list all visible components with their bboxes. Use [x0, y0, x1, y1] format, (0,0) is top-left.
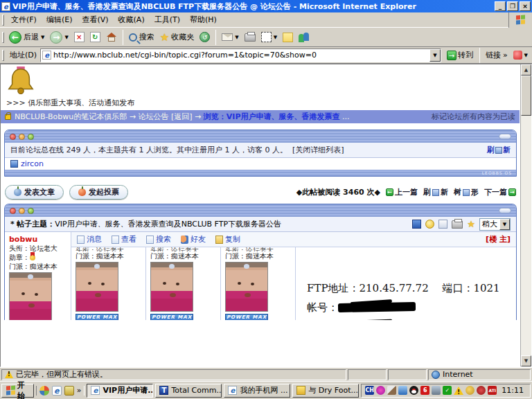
tree-view-link[interactable]: 树 形 — [454, 187, 479, 197]
post-minimize-dot-icon[interactable] — [19, 208, 25, 214]
task-total-commander[interactable]: T Total Comm... — [155, 384, 222, 398]
back-dropdown[interactable]: ▼ — [41, 35, 44, 40]
tray-red-app-icon[interactable]: 6 — [420, 386, 429, 395]
search-button[interactable]: 搜索 — [126, 30, 157, 44]
post-close-dot-icon[interactable] — [10, 208, 16, 214]
post-zoom-dot-icon[interactable] — [28, 208, 34, 214]
copy-button[interactable]: 复制 — [215, 234, 240, 245]
tray-volume-icon[interactable] — [466, 386, 475, 395]
extension-dropdown[interactable]: ▼ — [524, 53, 528, 58]
quicklaunch-more-chevron[interactable]: » — [77, 386, 82, 395]
taskbar-clock[interactable]: 11:11 — [499, 386, 526, 395]
start-button[interactable]: 开始 — [1, 384, 34, 398]
task-mobile-site[interactable]: e 我的手机网 ... — [224, 384, 290, 398]
close-button[interactable]: × — [520, 1, 531, 11]
collapse-pill[interactable] — [499, 134, 511, 139]
close-detail-link[interactable]: [关闭详细列表] — [292, 145, 344, 155]
quicklaunch-ie-icon[interactable]: e — [52, 386, 62, 396]
menu-tools[interactable]: 工具(T) — [150, 12, 185, 27]
tray-pen-icon[interactable] — [387, 386, 396, 395]
menu-help[interactable]: 帮助(H) — [185, 12, 222, 27]
stop-button[interactable]: × — [71, 30, 87, 44]
print-button[interactable] — [242, 32, 258, 43]
history-button[interactable]: ↺ — [197, 30, 213, 44]
toolbar-grip[interactable] — [2, 32, 4, 43]
minimize-dot-icon[interactable] — [19, 134, 25, 140]
edit-dropdown[interactable]: ▼ — [274, 35, 277, 40]
favorites-button[interactable]: ★ 收藏夹 — [157, 30, 197, 45]
tray-qq-icon[interactable] — [409, 386, 418, 395]
addressbar-extension[interactable]: ▼ — [511, 51, 531, 60]
online-refresh-link[interactable]: 刷 新 — [487, 145, 511, 155]
friends-button[interactable]: 好友 — [181, 234, 206, 245]
tray-gray-app-icon[interactable] — [432, 386, 441, 395]
tray-ati-icon[interactable]: ATI — [488, 386, 497, 395]
warning-icon[interactable] — [5, 371, 13, 378]
address-dropdown[interactable]: ▼ — [429, 49, 441, 62]
breadcrumb-board[interactable]: 论坛公告 — [138, 112, 168, 122]
quicklaunch-media-icon[interactable] — [39, 386, 49, 396]
refresh-label-left: 刷 — [487, 145, 495, 155]
links-button[interactable]: 链接 » — [483, 50, 511, 60]
tray-red-dot-icon[interactable] — [477, 386, 486, 395]
go-button[interactable]: → 转到 — [443, 49, 477, 61]
menu-view[interactable]: 查看(V) — [77, 12, 113, 27]
scroll-track[interactable] — [521, 116, 531, 355]
mail-button[interactable]: ▼ — [219, 32, 241, 42]
address-input[interactable] — [53, 51, 429, 60]
username-link[interactable]: bobwu — [9, 235, 66, 244]
tray-antivirus-icon[interactable]: ✓ — [443, 386, 452, 395]
back-button[interactable]: ← 后退 ▼ — [6, 30, 47, 45]
edit-button[interactable]: ▼ — [258, 30, 280, 44]
pages-icon[interactable] — [438, 220, 447, 229]
new-poll-button[interactable]: 发起投票 — [69, 185, 128, 200]
links-label: 链接 — [486, 50, 501, 60]
post-collapse-pill[interactable] — [499, 208, 511, 213]
refresh-topic-link[interactable]: 刷 新 — [423, 187, 448, 197]
mail-dropdown[interactable]: ▼ — [235, 35, 238, 40]
restore-button[interactable]: ❐ — [507, 1, 518, 11]
home-button[interactable] — [103, 31, 120, 44]
zoom-dot-icon[interactable] — [28, 134, 34, 140]
message-button[interactable]: 消息 — [77, 234, 102, 245]
next-arrow-icon: → — [508, 188, 516, 196]
close-dot-icon[interactable] — [10, 134, 16, 140]
messenger-button[interactable] — [296, 31, 312, 44]
menu-favorites[interactable]: 收藏(A) — [114, 12, 150, 27]
save-post-icon[interactable] — [412, 220, 421, 229]
minimize-button[interactable]: _ — [495, 1, 506, 11]
forward-button[interactable]: → ▼ — [47, 30, 71, 45]
tray-warning-icon[interactable] — [454, 387, 463, 395]
menu-edit[interactable]: 编辑(E) — [42, 12, 78, 27]
scroll-thumb[interactable] — [521, 76, 531, 116]
search-posts-button[interactable]: 搜索 — [146, 234, 171, 245]
address-grip[interactable] — [2, 50, 4, 61]
task-dry-foot[interactable]: 与 Dry Foot... — [292, 384, 359, 398]
print-post-icon[interactable] — [452, 220, 463, 229]
mark-all-read-link[interactable]: 标记论坛所有内容为已读 — [432, 112, 515, 122]
menu-grip[interactable] — [2, 15, 4, 26]
prev-topic-link[interactable]: ← 上一篇 — [386, 187, 418, 197]
forward-dropdown[interactable]: ▼ — [64, 35, 68, 40]
breadcrumb-back[interactable]: [返回] — [171, 112, 193, 122]
alert-icon[interactable] — [425, 220, 434, 229]
scroll-down-button[interactable]: ▼ — [521, 355, 531, 366]
refresh-button[interactable]: ↻ — [87, 30, 103, 44]
font-size-select[interactable]: 稍大 ▼ — [479, 218, 511, 231]
favorite-post-icon[interactable]: ★ — [467, 220, 475, 229]
breadcrumb-topic[interactable]: 浏览：VIP用户申请、服务、香港发票查 — [204, 112, 340, 122]
task-vip-topic[interactable]: e VIP用户申请... — [87, 384, 153, 398]
language-indicator[interactable]: CH — [365, 386, 374, 395]
next-topic-link[interactable]: 下一篇 → — [484, 187, 516, 197]
view-profile-button[interactable]: 查看 — [112, 234, 136, 245]
tray-starburst-icon[interactable] — [376, 386, 385, 395]
menu-file[interactable]: 文件(F) — [6, 12, 42, 27]
tray-person-icon[interactable] — [398, 386, 407, 395]
new-post-button[interactable]: 发表文章 — [5, 185, 64, 200]
online-user-link[interactable]: zircon — [21, 159, 44, 168]
edit-icon — [261, 32, 272, 42]
quicklaunch-outlook-icon[interactable] — [64, 386, 74, 396]
discuss-button[interactable] — [280, 31, 296, 44]
scroll-up-button[interactable]: ▲ — [521, 64, 531, 76]
breadcrumb-club[interactable]: NBCLUB-Bobwu的笔记本俱乐部 — [15, 112, 127, 122]
